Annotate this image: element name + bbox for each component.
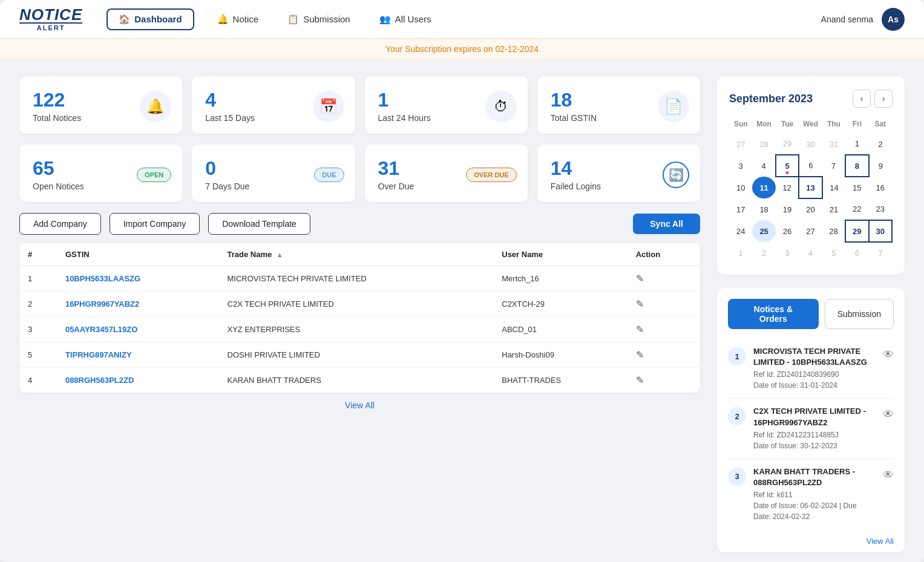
calendar-cell[interactable]: 1: [845, 133, 868, 155]
gstin-link[interactable]: 05AAYR3457L19ZO: [65, 325, 137, 334]
calendar-cell[interactable]: 7: [822, 155, 845, 177]
edit-icon[interactable]: ✎: [636, 273, 644, 284]
calendar-card: September 2023 ‹ › SunMonTueWedThuFriSat…: [717, 76, 905, 275]
table-cell-num: 5: [19, 342, 57, 368]
calendar-cell[interactable]: 4: [752, 155, 775, 177]
nav-submission-button[interactable]: 📋 Submission: [281, 10, 356, 29]
calendar-next-button[interactable]: ›: [874, 90, 893, 108]
calendar-cell[interactable]: 3: [776, 242, 799, 264]
sync-all-button[interactable]: Sync All: [633, 214, 700, 234]
gstin-link[interactable]: TIPRHG897ANIZY: [65, 350, 132, 359]
table-cell-gstin[interactable]: 10BPH5633LAASZG: [57, 266, 219, 292]
calendar-cell[interactable]: 7: [869, 242, 892, 264]
notices-view-all[interactable]: View All: [728, 529, 894, 546]
calendar-cell[interactable]: 9: [869, 155, 892, 177]
stat-info-last15: 4 Last 15 Days: [205, 90, 255, 123]
table-cell-gstin[interactable]: 05AAYR3457L19ZO: [57, 317, 219, 342]
refresh-icon: 🔄: [663, 162, 689, 188]
calendar-cell[interactable]: 5: [776, 155, 799, 177]
calendar-cell[interactable]: 6: [799, 155, 822, 177]
stat-number-last24: 1: [378, 90, 431, 111]
calendar-cell[interactable]: 4: [799, 242, 822, 264]
notice-info: MICROVISTA TECH PRIVATE LIMITED - 10BPH5…: [753, 346, 876, 391]
table-cell-action[interactable]: ✎: [627, 266, 700, 292]
table-cell-action[interactable]: ✎: [627, 342, 700, 368]
edit-icon[interactable]: ✎: [636, 350, 644, 360]
table-cell-gstin[interactable]: 16PHGR9967YABZ2: [57, 292, 219, 317]
edit-icon[interactable]: ✎: [636, 324, 644, 335]
download-template-button[interactable]: Download Template: [208, 213, 310, 235]
calendar-cell[interactable]: 29: [776, 133, 799, 155]
calendar-cell[interactable]: 13: [799, 177, 822, 198]
calendar-cell[interactable]: 21: [822, 198, 845, 220]
notices-list: 1 MICROVISTA TECH PRIVATE LIMITED - 10BP…: [728, 339, 894, 529]
view-all-anchor[interactable]: View All: [345, 400, 375, 410]
calendar-cell[interactable]: 6: [845, 242, 868, 264]
calendar-day-header: Wed: [799, 117, 822, 133]
notice-info: KARAN BHATT TRADERS - 088RGH563PL2ZD Ref…: [753, 466, 876, 522]
import-company-button[interactable]: Import Company: [110, 213, 200, 235]
table-cell-tradename: MICROVISTA TECH PRIVATE LIMITED: [219, 266, 494, 292]
gstin-link[interactable]: 088RGH563PL2ZD: [65, 376, 134, 385]
calendar-cell[interactable]: 16: [869, 177, 892, 198]
calendar-cell[interactable]: 27: [799, 220, 822, 242]
gstin-link[interactable]: 10BPH5633LAASZG: [65, 274, 140, 283]
nav-notice-button[interactable]: 🔔 Notice: [211, 10, 265, 29]
edit-icon[interactable]: ✎: [636, 299, 644, 309]
calendar-cell[interactable]: 3: [729, 155, 752, 177]
calendar-cell[interactable]: 10: [729, 177, 752, 198]
table-cell-username: BHATT-TRADES: [493, 368, 627, 393]
edit-icon[interactable]: ✎: [636, 375, 644, 385]
calendar-cell[interactable]: 31: [822, 133, 845, 155]
calendar-cell[interactable]: 12: [776, 177, 799, 198]
eye-icon[interactable]: 👁: [883, 469, 894, 482]
calendar-cell[interactable]: 30: [799, 133, 822, 155]
calendar-cell[interactable]: 11: [752, 177, 775, 198]
calendar-cell[interactable]: 30: [869, 220, 892, 242]
table-cell-tradename: C2X TECH PRIVATE LIMITED: [219, 292, 494, 317]
calendar-cell[interactable]: 2: [869, 133, 892, 155]
calendar-cell[interactable]: 27: [729, 133, 752, 155]
user-avatar[interactable]: As: [882, 8, 905, 31]
tab-submission[interactable]: Submission: [825, 299, 894, 329]
tab-notices-orders[interactable]: Notices & Orders: [728, 299, 819, 329]
calendar-prev-button[interactable]: ‹: [853, 90, 871, 108]
calendar-cell[interactable]: 20: [799, 198, 822, 220]
calendar-cell[interactable]: 2: [752, 242, 775, 264]
calendar-cell[interactable]: 29: [845, 220, 868, 242]
add-company-button[interactable]: Add Company: [19, 213, 101, 235]
notices-view-all-anchor[interactable]: View All: [867, 537, 894, 546]
calendar-cell[interactable]: 14: [822, 177, 845, 198]
table-cell-action[interactable]: ✎: [627, 368, 700, 393]
calendar-cell[interactable]: 15: [845, 177, 868, 198]
calendar-cell[interactable]: 28: [752, 133, 775, 155]
table-cell-gstin[interactable]: 088RGH563PL2ZD: [57, 368, 219, 393]
calendar-cell[interactable]: 17: [729, 198, 752, 220]
calendar-cell[interactable]: 24: [729, 220, 752, 242]
eye-icon[interactable]: 👁: [883, 408, 894, 421]
calendar-cell[interactable]: 19: [776, 198, 799, 220]
table-cell-gstin[interactable]: TIPRHG897ANIZY: [57, 342, 219, 368]
calendar-cell[interactable]: 5: [822, 242, 845, 264]
calendar-cell[interactable]: 26: [776, 220, 799, 242]
table-cell-action[interactable]: ✎: [627, 292, 700, 317]
calendar-header: September 2023 ‹ ›: [729, 90, 893, 108]
table-header-action: Action: [627, 243, 700, 266]
eye-icon[interactable]: 👁: [883, 348, 894, 361]
calendar-cell[interactable]: 25: [752, 220, 775, 242]
main-content: 122 Total Notices 🔔 4 Last 15 Days 📅 1: [0, 59, 924, 562]
nav-allusers-button[interactable]: 👥 All Users: [373, 10, 437, 29]
calendar-day-header: Tue: [776, 117, 799, 133]
view-all-companies-link[interactable]: View All: [19, 393, 700, 411]
calendar-cell[interactable]: 28: [822, 220, 845, 242]
calendar-cell[interactable]: 23: [869, 198, 892, 220]
stat-card-total-notices: 122 Total Notices 🔔: [19, 76, 182, 134]
calendar-cell[interactable]: 18: [752, 198, 775, 220]
nav-dashboard-button[interactable]: 🏠 Dashboard: [106, 8, 194, 30]
table-cell-action[interactable]: ✎: [627, 317, 700, 342]
calendar-cell[interactable]: 8: [845, 155, 868, 177]
calendar-stat-icon: 📅: [313, 91, 344, 122]
gstin-link[interactable]: 16PHGR9967YABZ2: [65, 299, 139, 309]
calendar-cell[interactable]: 22: [845, 198, 868, 220]
calendar-cell[interactable]: 1: [729, 242, 752, 264]
